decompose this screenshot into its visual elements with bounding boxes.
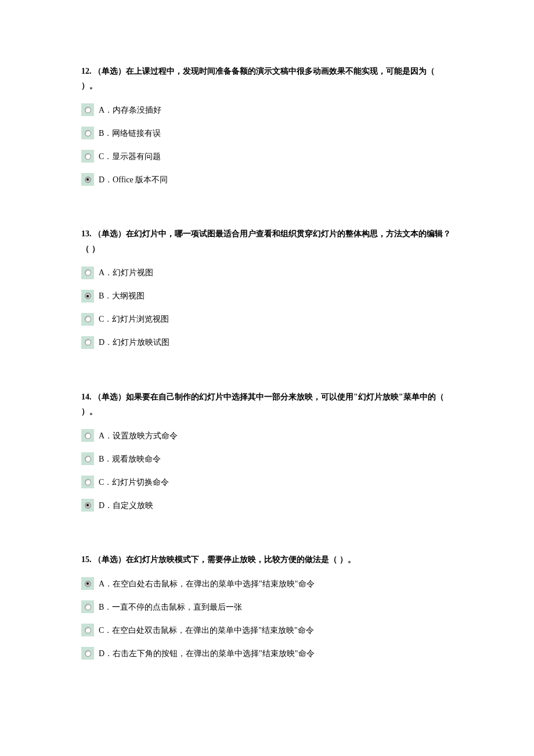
radio-button[interactable]	[81, 600, 94, 613]
question-type: （单选）	[93, 555, 126, 564]
radio-button[interactable]	[81, 313, 94, 326]
radio-button[interactable]	[81, 452, 94, 465]
option-row: C．在空白处双击鼠标，在弹出的菜单中选择"结束放映"命令	[81, 624, 453, 636]
radio-unselected-icon	[85, 316, 91, 322]
question-type: （单选）	[93, 393, 126, 401]
option-label: A．在空白处右击鼠标，在弹出的菜单中选择"结束放映"命令	[99, 578, 315, 591]
radio-unselected-icon	[85, 130, 91, 136]
radio-button[interactable]	[81, 173, 94, 186]
question-body: 如果要在自己制作的幻灯片中选择其中一部分来放映，可以使用"幻灯片放映"菜单中的（…	[81, 393, 444, 416]
option-label: A．幻灯片视图	[99, 267, 153, 279]
radio-unselected-icon	[85, 153, 91, 160]
question-text: 13. （单选）在幻灯片中，哪一项试图最适合用户查看和组织贯穿幻灯片的整体构思，…	[81, 226, 453, 255]
option-label: D．Office 版本不同	[99, 174, 168, 186]
option-row: C．显示器有问题	[81, 150, 453, 163]
question-block: 12. （单选）在上课过程中，发现时间准备备额的演示文稿中很多动画效果不能实现，…	[81, 64, 453, 186]
option-row: C．幻灯片切换命令	[81, 476, 453, 488]
option-label: C．幻灯片浏览视图	[99, 314, 169, 326]
radio-button[interactable]	[81, 267, 94, 279]
option-row: D．右击左下角的按钮，在弹出的菜单中选择"结束放映"命令	[81, 647, 453, 660]
option-label: C．幻灯片切换命令	[99, 477, 169, 489]
radio-button[interactable]	[81, 150, 94, 163]
option-row: A．设置放映方式命令	[81, 429, 453, 442]
radio-unselected-icon	[85, 107, 91, 113]
radio-button[interactable]	[81, 290, 94, 303]
radio-button[interactable]	[81, 647, 94, 660]
option-label: B．观看放映命令	[99, 453, 161, 466]
question-number: 13.	[81, 229, 92, 238]
option-row: B．大纲视图	[81, 290, 453, 303]
option-row: C．幻灯片浏览视图	[81, 313, 453, 326]
radio-unselected-icon	[85, 269, 91, 276]
radio-button[interactable]	[81, 127, 94, 139]
question-number: 12.	[81, 67, 92, 75]
radio-unselected-icon	[85, 627, 91, 633]
option-label: B．大纲视图	[99, 290, 145, 303]
radio-selected-icon	[85, 293, 91, 299]
radio-button[interactable]	[81, 624, 94, 636]
radio-unselected-icon	[85, 650, 91, 657]
radio-button[interactable]	[81, 336, 94, 349]
radio-button[interactable]	[81, 103, 94, 116]
question-body: 在幻灯片放映模式下，需要停止放映，比较方便的做法是（ ）。	[126, 555, 356, 564]
question-text: 15. （单选）在幻灯片放映模式下，需要停止放映，比较方便的做法是（ ）。	[81, 552, 453, 567]
radio-selected-icon	[85, 502, 91, 509]
option-label: C．显示器有问题	[99, 151, 161, 163]
question-body: 在幻灯片中，哪一项试图最适合用户查看和组织贯穿幻灯片的整体构思，方法文本的编辑？…	[81, 229, 451, 253]
question-body: 在上课过程中，发现时间准备备额的演示文稿中很多动画效果不能实现，可能是因为（ ）…	[81, 67, 435, 90]
radio-button[interactable]	[81, 499, 94, 512]
option-row: B．观看放映命令	[81, 452, 453, 465]
option-label: A．设置放映方式命令	[99, 430, 178, 442]
option-label: D．右击左下角的按钮，在弹出的菜单中选择"结束放映"命令	[99, 648, 315, 660]
radio-unselected-icon	[85, 433, 91, 439]
option-label: C．在空白处双击鼠标，在弹出的菜单中选择"结束放映"命令	[99, 625, 314, 637]
page-root: 12. （单选）在上课过程中，发现时间准备备额的演示文稿中很多动画效果不能实现，…	[0, 0, 534, 735]
question-number: 14.	[81, 393, 92, 401]
question-block: 15. （单选）在幻灯片放映模式下，需要停止放映，比较方便的做法是（ ）。A．在…	[81, 552, 453, 660]
radio-selected-icon	[85, 177, 91, 183]
option-row: A．在空白处右击鼠标，在弹出的菜单中选择"结束放映"命令	[81, 577, 453, 590]
radio-unselected-icon	[85, 604, 91, 610]
radio-button[interactable]	[81, 577, 94, 590]
question-block: 13. （单选）在幻灯片中，哪一项试图最适合用户查看和组织贯穿幻灯片的整体构思，…	[81, 226, 453, 348]
option-label: B．一直不停的点击鼠标，直到最后一张	[99, 602, 242, 614]
radio-selected-icon	[85, 581, 91, 587]
radio-unselected-icon	[85, 339, 91, 345]
question-block: 14. （单选）如果要在自己制作的幻灯片中选择其中一部分来放映，可以使用"幻灯片…	[81, 390, 453, 512]
radio-button[interactable]	[81, 429, 94, 442]
question-text: 14. （单选）如果要在自己制作的幻灯片中选择其中一部分来放映，可以使用"幻灯片…	[81, 390, 453, 419]
option-row: A．幻灯片视图	[81, 267, 453, 279]
radio-unselected-icon	[85, 456, 91, 462]
question-type: （单选）	[93, 229, 126, 238]
option-row: D．自定义放映	[81, 499, 453, 512]
option-row: D．幻灯片放映试图	[81, 336, 453, 349]
radio-unselected-icon	[85, 479, 91, 485]
option-row: D．Office 版本不同	[81, 173, 453, 186]
question-text: 12. （单选）在上课过程中，发现时间准备备额的演示文稿中很多动画效果不能实现，…	[81, 64, 453, 93]
option-row: B．网络链接有误	[81, 127, 453, 139]
question-number: 15.	[81, 555, 92, 564]
option-label: B．网络链接有误	[99, 128, 161, 140]
option-row: B．一直不停的点击鼠标，直到最后一张	[81, 600, 453, 613]
option-row: A．内存条没插好	[81, 103, 453, 116]
question-type: （单选）	[93, 67, 126, 75]
radio-button[interactable]	[81, 476, 94, 488]
option-label: D．幻灯片放映试图	[99, 337, 169, 349]
option-label: A．内存条没插好	[99, 105, 161, 117]
option-label: D．自定义放映	[99, 500, 153, 512]
